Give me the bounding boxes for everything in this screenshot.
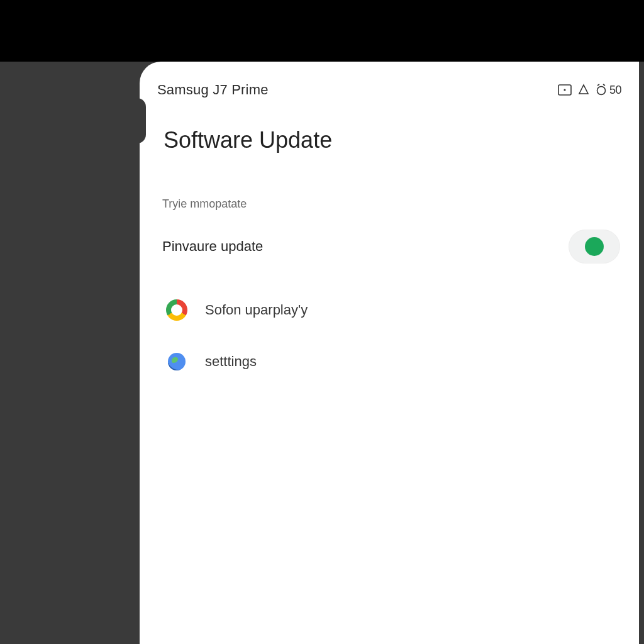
screenshot-icon xyxy=(558,84,572,96)
list-item-label: Sofon uparplay'y xyxy=(205,302,308,318)
firmware-update-row[interactable]: Pinvaure update xyxy=(157,225,621,269)
status-icons: 50 xyxy=(558,84,621,97)
chrome-icon xyxy=(166,299,187,321)
toggle-on-indicator-icon xyxy=(585,237,604,256)
list-item-chrome[interactable]: Sofon uparplay'y xyxy=(157,286,621,334)
page-title: Software Update xyxy=(164,127,621,153)
svg-point-1 xyxy=(564,89,565,91)
firmware-update-label: Pinvaure update xyxy=(162,238,263,255)
system-top-bar xyxy=(0,0,644,62)
svg-point-2 xyxy=(597,87,605,95)
app-list: Sofon uparplay'y setttings xyxy=(157,286,621,386)
notification-icon xyxy=(578,84,589,96)
firmware-update-toggle[interactable] xyxy=(569,230,620,264)
device-name: Samsug J7 Prime xyxy=(157,82,269,98)
list-item-label: setttings xyxy=(205,353,257,370)
section-label: Tryie mmopatate xyxy=(162,197,621,211)
settings-panel: Samsug J7 Prime xyxy=(140,62,639,644)
globe-icon xyxy=(166,351,187,372)
battery-indicator: 50 xyxy=(596,84,621,97)
list-item-settings[interactable]: setttings xyxy=(157,338,621,386)
battery-percent: 50 xyxy=(609,84,621,97)
status-bar: Samsug J7 Prime xyxy=(157,77,621,103)
alarm-icon xyxy=(596,84,607,96)
